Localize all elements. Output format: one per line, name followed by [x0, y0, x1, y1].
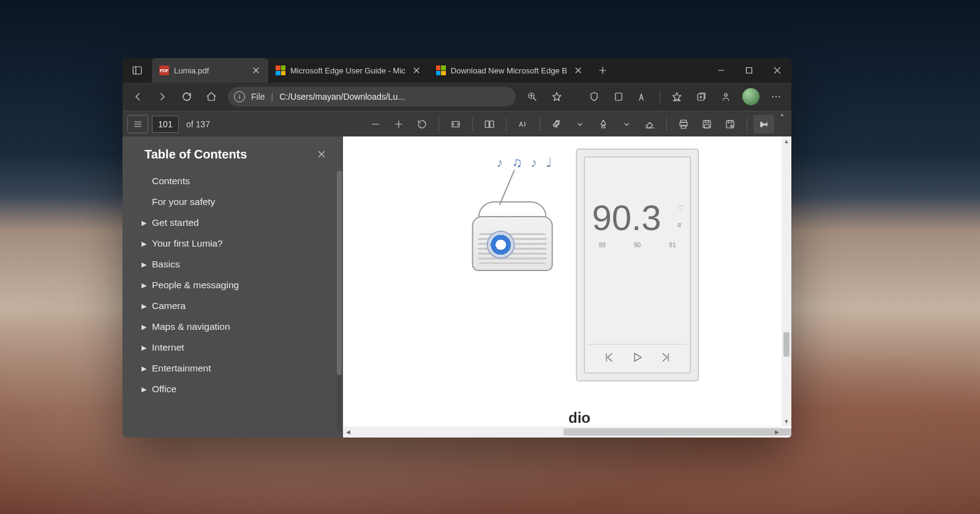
page-number-input[interactable] — [152, 116, 179, 133]
music-notes-icon: ♪ ♫ ♪ ♩ — [497, 155, 555, 171]
rotate-button[interactable] — [412, 115, 432, 133]
erase-button[interactable] — [639, 115, 660, 133]
svg-rect-50 — [728, 121, 732, 123]
svg-line-15 — [533, 98, 536, 100]
pdf-page-area[interactable]: ♪ ♫ ♪ ♩ 90.3 ♡ ≡ — [343, 136, 791, 438]
site-info-icon[interactable]: i — [234, 91, 245, 102]
pin-toolbar-button[interactable] — [753, 115, 774, 133]
close-toc-button[interactable] — [314, 146, 330, 162]
toc-item-basics[interactable]: ▶Basics — [125, 254, 343, 275]
radio-frequency: 90.3 — [592, 200, 662, 236]
minimize-button[interactable] — [707, 58, 735, 83]
new-tab-button[interactable] — [590, 58, 615, 83]
radio-illustration: ♪ ♫ ♪ ♩ — [472, 149, 564, 271]
toc-item-camera[interactable]: ▶Camera — [125, 296, 343, 316]
tab-download-edge[interactable]: Download New Microsoft Edge B — [429, 58, 590, 83]
favorite-star-button[interactable] — [545, 85, 568, 108]
address-bar[interactable]: i File | C:/Users/mayan/Downloads/Lu... — [228, 87, 516, 106]
svg-rect-0 — [133, 67, 141, 74]
address-separator: | — [271, 92, 274, 102]
svg-rect-41 — [602, 125, 605, 128]
address-scheme: File — [251, 92, 265, 102]
save-button[interactable] — [696, 115, 717, 133]
page-view-button[interactable] — [479, 115, 500, 133]
close-tab-button[interactable] — [250, 64, 262, 76]
toc-item-for-your-safety[interactable]: ▶For your safety — [125, 192, 343, 212]
svg-marker-21 — [673, 92, 681, 100]
close-window-button[interactable] — [763, 58, 791, 83]
play-icon — [631, 351, 644, 364]
collections-button[interactable] — [690, 85, 713, 108]
toc-toggle-button[interactable] — [127, 115, 148, 133]
draw-dropdown[interactable] — [570, 115, 590, 133]
svg-rect-47 — [705, 121, 709, 123]
zoom-in-button[interactable] — [388, 115, 409, 133]
svg-marker-18 — [552, 92, 561, 100]
toc-list: ▶Contents ▶For your safety ▶Get started … — [123, 171, 343, 438]
scroll-up-arrow[interactable]: ▲ — [778, 111, 786, 136]
settings-and-more-button[interactable] — [764, 85, 788, 108]
vertical-tabs-button[interactable] — [123, 58, 152, 83]
heart-icon: ♡ — [677, 204, 684, 212]
navigation-bar: i File | C:/Users/mayan/Downloads/Lu... — [123, 83, 791, 111]
zoom-button[interactable] — [521, 85, 544, 108]
microsoft-icon — [436, 65, 446, 75]
toc-scrollbar[interactable] — [337, 171, 342, 433]
tracking-prevention-icon[interactable] — [582, 85, 606, 108]
save-as-button[interactable] — [720, 115, 741, 133]
phone-illustration: 90.3 ♡ ≡ 89 90 91 — [576, 149, 699, 381]
svg-rect-37 — [485, 121, 489, 127]
tab-edge-user-guide[interactable]: Microsoft Edge User Guide - Mic — [268, 58, 429, 83]
svg-rect-48 — [704, 124, 709, 127]
refresh-button[interactable] — [175, 85, 198, 108]
print-button[interactable] — [673, 115, 694, 133]
tab-strip: PDF Lumia.pdf Microsoft Edge User Guide … — [152, 58, 590, 83]
partial-heading-text: dio — [568, 409, 590, 426]
close-tab-button[interactable] — [410, 64, 423, 76]
svg-rect-19 — [616, 93, 622, 100]
frequency-ticks: 89 90 91 — [585, 242, 690, 248]
office-icon[interactable] — [607, 85, 630, 108]
toc-item-your-first-lumia[interactable]: ▶Your first Lumia? — [125, 233, 343, 254]
favorites-button[interactable] — [665, 85, 688, 108]
fit-page-button[interactable] — [445, 115, 466, 133]
table-of-contents-panel: Table of Contents ▶Contents ▶For your sa… — [123, 136, 343, 438]
tab-lumia-pdf[interactable]: PDF Lumia.pdf — [152, 58, 268, 83]
horizontal-scrollbar[interactable]: ◀ ▶ — [343, 426, 782, 438]
highlight-button[interactable] — [593, 115, 614, 133]
toc-item-people-messaging[interactable]: ▶People & messaging — [125, 275, 343, 296]
toc-item-maps-navigation[interactable]: ▶Maps & navigation — [125, 316, 343, 337]
read-aloud-button[interactable]: A — [513, 115, 533, 133]
toc-item-internet[interactable]: ▶Internet — [125, 337, 343, 358]
svg-rect-38 — [490, 121, 494, 127]
skip-previous-icon — [603, 351, 616, 364]
zoom-out-button[interactable] — [365, 115, 386, 133]
svg-point-26 — [725, 94, 728, 97]
toc-item-entertainment[interactable]: ▶Entertainment — [125, 358, 343, 379]
toc-item-get-started[interactable]: ▶Get started — [125, 212, 343, 233]
close-tab-button[interactable] — [572, 64, 584, 76]
draw-button[interactable] — [546, 115, 567, 133]
titlebar: PDF Lumia.pdf Microsoft Edge User Guide … — [123, 58, 791, 83]
pdf-content-area: Table of Contents ▶Contents ▶For your sa… — [123, 136, 791, 438]
list-icon: ≡ — [677, 221, 684, 229]
toc-item-office[interactable]: ▶Office — [125, 379, 343, 400]
share-button[interactable] — [714, 85, 737, 108]
tab-title: Download New Microsoft Edge B — [451, 66, 567, 75]
highlight-dropdown[interactable] — [616, 115, 637, 133]
maximize-button[interactable] — [735, 58, 763, 83]
pdf-icon: PDF — [159, 65, 169, 75]
microsoft-icon — [276, 65, 285, 75]
home-button[interactable] — [200, 85, 223, 108]
window-controls — [707, 58, 791, 83]
svg-marker-55 — [635, 354, 641, 362]
forward-button[interactable] — [151, 85, 174, 108]
address-path: C:/Users/mayan/Downloads/Lu... — [279, 92, 510, 102]
profile-avatar[interactable] — [742, 88, 760, 105]
toc-item-contents[interactable]: ▶Contents — [125, 171, 343, 192]
svg-text:A: A — [519, 120, 523, 127]
extension-icon[interactable] — [631, 85, 655, 108]
back-button[interactable] — [126, 85, 149, 108]
vertical-scrollbar[interactable]: ▲ ▼ — [782, 136, 791, 426]
tab-title: Microsoft Edge User Guide - Mic — [290, 66, 405, 75]
